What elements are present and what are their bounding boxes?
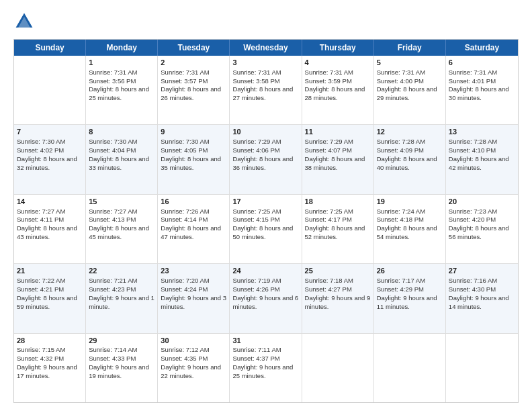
sunset-text: Sunset: 4:00 PM bbox=[377, 77, 443, 86]
calendar-cell-r2-c7: 13Sunrise: 7:28 AMSunset: 4:10 PMDayligh… bbox=[446, 125, 518, 193]
daylight-text: Daylight: 9 hours and 9 minutes. bbox=[305, 294, 371, 312]
day-number: 28 bbox=[17, 336, 83, 346]
sunset-text: Sunset: 4:06 PM bbox=[232, 146, 298, 155]
calendar-body: 1Sunrise: 7:31 AMSunset: 3:56 PMDaylight… bbox=[14, 56, 518, 402]
daylight-text: Daylight: 8 hours and 33 minutes. bbox=[89, 155, 154, 173]
sunrise-text: Sunrise: 7:24 AM bbox=[377, 208, 443, 216]
sunrise-text: Sunrise: 7:21 AM bbox=[89, 277, 154, 285]
weekday-header-tuesday: Tuesday bbox=[158, 40, 230, 56]
sunset-text: Sunset: 3:56 PM bbox=[89, 77, 154, 86]
daylight-text: Daylight: 9 hours and 25 minutes. bbox=[232, 363, 298, 381]
day-number: 3 bbox=[232, 58, 298, 68]
sunrise-text: Sunrise: 7:31 AM bbox=[449, 68, 515, 77]
day-number: 19 bbox=[377, 197, 443, 207]
daylight-text: Daylight: 8 hours and 26 minutes. bbox=[161, 85, 226, 103]
daylight-text: Daylight: 9 hours and 19 minutes. bbox=[89, 363, 154, 381]
calendar-cell-r4-c1: 21Sunrise: 7:22 AMSunset: 4:21 PMDayligh… bbox=[14, 264, 86, 332]
day-number: 22 bbox=[89, 266, 154, 276]
sunset-text: Sunset: 4:14 PM bbox=[161, 216, 226, 224]
calendar-cell-r5-c4: 31Sunrise: 7:11 AMSunset: 4:37 PMDayligh… bbox=[230, 334, 302, 402]
sunrise-text: Sunrise: 7:14 AM bbox=[89, 346, 154, 355]
sunrise-text: Sunrise: 7:31 AM bbox=[89, 68, 154, 77]
calendar-cell-r3-c2: 15Sunrise: 7:27 AMSunset: 4:13 PMDayligh… bbox=[86, 195, 158, 263]
weekday-header-saturday: Saturday bbox=[446, 40, 518, 56]
header bbox=[13, 11, 519, 32]
daylight-text: Daylight: 8 hours and 35 minutes. bbox=[161, 155, 226, 173]
sunset-text: Sunset: 4:15 PM bbox=[232, 216, 298, 224]
calendar-cell-r5-c5 bbox=[302, 334, 374, 402]
daylight-text: Daylight: 8 hours and 45 minutes. bbox=[89, 224, 154, 242]
sunset-text: Sunset: 4:18 PM bbox=[377, 216, 443, 224]
calendar-cell-r2-c1: 7Sunrise: 7:30 AMSunset: 4:02 PMDaylight… bbox=[14, 125, 86, 193]
calendar-cell-r1-c4: 3Sunrise: 7:31 AMSunset: 3:58 PMDaylight… bbox=[230, 56, 302, 124]
calendar-cell-r2-c5: 11Sunrise: 7:29 AMSunset: 4:07 PMDayligh… bbox=[302, 125, 374, 193]
sunrise-text: Sunrise: 7:31 AM bbox=[232, 68, 298, 77]
calendar-cell-r4-c4: 24Sunrise: 7:19 AMSunset: 4:26 PMDayligh… bbox=[230, 264, 302, 332]
sunset-text: Sunset: 4:10 PM bbox=[449, 146, 515, 155]
sunrise-text: Sunrise: 7:28 AM bbox=[377, 138, 443, 146]
sunrise-text: Sunrise: 7:16 AM bbox=[449, 277, 515, 285]
sunset-text: Sunset: 4:27 PM bbox=[305, 285, 371, 294]
day-number: 24 bbox=[232, 266, 298, 276]
calendar-cell-r1-c7: 6Sunrise: 7:31 AMSunset: 4:01 PMDaylight… bbox=[446, 56, 518, 124]
sunrise-text: Sunrise: 7:28 AM bbox=[449, 138, 515, 146]
daylight-text: Daylight: 9 hours and 17 minutes. bbox=[17, 363, 83, 381]
sunrise-text: Sunrise: 7:30 AM bbox=[161, 138, 226, 146]
calendar-header: SundayMondayTuesdayWednesdayThursdayFrid… bbox=[14, 40, 518, 56]
day-number: 12 bbox=[377, 127, 443, 137]
weekday-header-thursday: Thursday bbox=[302, 40, 374, 56]
daylight-text: Daylight: 8 hours and 29 minutes. bbox=[377, 85, 443, 103]
daylight-text: Daylight: 9 hours and 3 minutes. bbox=[161, 294, 226, 312]
daylight-text: Daylight: 8 hours and 38 minutes. bbox=[305, 155, 371, 173]
page: SundayMondayTuesdayWednesdayThursdayFrid… bbox=[0, 0, 532, 411]
sunrise-text: Sunrise: 7:12 AM bbox=[161, 346, 226, 355]
weekday-header-monday: Monday bbox=[86, 40, 158, 56]
sunset-text: Sunset: 4:20 PM bbox=[449, 216, 515, 224]
day-number: 21 bbox=[17, 266, 83, 276]
calendar: SundayMondayTuesdayWednesdayThursdayFrid… bbox=[13, 39, 519, 403]
day-number: 29 bbox=[89, 336, 154, 346]
day-number: 6 bbox=[449, 58, 515, 68]
calendar-row-1: 1Sunrise: 7:31 AMSunset: 3:56 PMDaylight… bbox=[14, 56, 518, 125]
sunset-text: Sunset: 4:35 PM bbox=[161, 355, 226, 363]
day-number: 20 bbox=[449, 197, 515, 207]
day-number: 16 bbox=[161, 197, 226, 207]
daylight-text: Daylight: 8 hours and 25 minutes. bbox=[89, 85, 154, 103]
daylight-text: Daylight: 8 hours and 40 minutes. bbox=[377, 155, 443, 173]
calendar-cell-r4-c5: 25Sunrise: 7:18 AMSunset: 4:27 PMDayligh… bbox=[302, 264, 374, 332]
calendar-row-5: 28Sunrise: 7:15 AMSunset: 4:32 PMDayligh… bbox=[14, 334, 518, 402]
calendar-cell-r2-c3: 9Sunrise: 7:30 AMSunset: 4:05 PMDaylight… bbox=[158, 125, 230, 193]
day-number: 13 bbox=[449, 127, 515, 137]
daylight-text: Daylight: 9 hours and 11 minutes. bbox=[377, 294, 443, 312]
calendar-cell-r4-c7: 27Sunrise: 7:16 AMSunset: 4:30 PMDayligh… bbox=[446, 264, 518, 332]
day-number: 1 bbox=[89, 58, 154, 68]
calendar-cell-r3-c5: 18Sunrise: 7:25 AMSunset: 4:17 PMDayligh… bbox=[302, 195, 374, 263]
day-number: 17 bbox=[232, 197, 298, 207]
calendar-cell-r5-c6 bbox=[374, 334, 446, 402]
sunrise-text: Sunrise: 7:30 AM bbox=[17, 138, 83, 146]
sunset-text: Sunset: 4:21 PM bbox=[17, 285, 83, 294]
sunset-text: Sunset: 3:57 PM bbox=[161, 77, 226, 86]
calendar-cell-r4-c6: 26Sunrise: 7:17 AMSunset: 4:29 PMDayligh… bbox=[374, 264, 446, 332]
calendar-cell-r3-c1: 14Sunrise: 7:27 AMSunset: 4:11 PMDayligh… bbox=[14, 195, 86, 263]
daylight-text: Daylight: 8 hours and 56 minutes. bbox=[449, 224, 515, 242]
logo bbox=[13, 11, 38, 32]
day-number: 25 bbox=[305, 266, 371, 276]
daylight-text: Daylight: 8 hours and 30 minutes. bbox=[449, 85, 515, 103]
sunrise-text: Sunrise: 7:25 AM bbox=[305, 208, 371, 216]
day-number: 9 bbox=[161, 127, 226, 137]
logo-icon bbox=[13, 11, 35, 32]
day-number: 4 bbox=[305, 58, 371, 68]
sunset-text: Sunset: 4:37 PM bbox=[232, 355, 298, 363]
day-number: 11 bbox=[305, 127, 371, 137]
weekday-header-friday: Friday bbox=[374, 40, 446, 56]
calendar-row-2: 7Sunrise: 7:30 AMSunset: 4:02 PMDaylight… bbox=[14, 125, 518, 194]
sunrise-text: Sunrise: 7:30 AM bbox=[89, 138, 154, 146]
daylight-text: Daylight: 8 hours and 50 minutes. bbox=[232, 224, 298, 242]
sunrise-text: Sunrise: 7:19 AM bbox=[232, 277, 298, 285]
daylight-text: Daylight: 8 hours and 43 minutes. bbox=[17, 224, 83, 242]
day-number: 7 bbox=[17, 127, 83, 137]
sunrise-text: Sunrise: 7:25 AM bbox=[232, 208, 298, 216]
day-number: 23 bbox=[161, 266, 226, 276]
day-number: 31 bbox=[232, 336, 298, 346]
